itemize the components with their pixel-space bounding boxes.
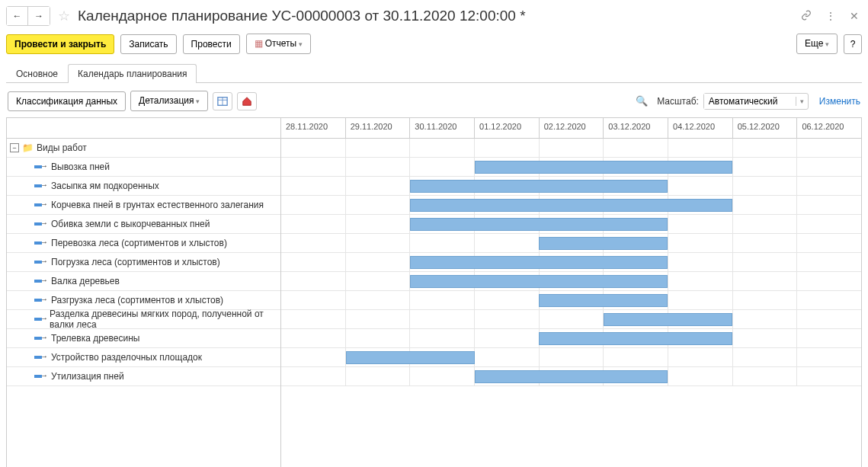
- date-header-cell: 04.12.2020: [668, 118, 732, 138]
- scale-select[interactable]: ▾: [703, 93, 809, 110]
- task-row[interactable]: Разгрузка леса (сортиментов и хлыстов): [7, 291, 280, 310]
- task-icon: [34, 373, 46, 380]
- gantt-timeline-row: [281, 139, 861, 158]
- gantt-chart: 28.11.202029.11.202030.11.202001.12.2020…: [6, 117, 862, 467]
- gantt-timeline-row: [281, 329, 861, 348]
- gantt-bar[interactable]: [346, 351, 475, 364]
- gantt-timeline-row: [281, 310, 861, 329]
- calendar-view-icon[interactable]: [213, 92, 232, 110]
- gantt-bar[interactable]: [539, 294, 668, 307]
- task-row[interactable]: Утилизация пней: [7, 367, 280, 386]
- help-button[interactable]: ?: [844, 34, 862, 54]
- gantt-timeline-row: [281, 158, 861, 177]
- post-and-close-button[interactable]: Провести и закрыть: [6, 34, 114, 54]
- gantt-bar[interactable]: [604, 313, 732, 326]
- task-icon: [34, 315, 45, 323]
- task-row[interactable]: Засыпка ям подкоренных: [7, 177, 280, 196]
- task-label: Устройство разделочных площадок: [51, 352, 202, 363]
- task-icon: [34, 239, 46, 247]
- task-row[interactable]: Разделка древесины мягких пород, получен…: [7, 310, 280, 329]
- date-header-cell: 30.11.2020: [409, 118, 474, 138]
- task-label: Засыпка ям подкоренных: [51, 181, 159, 191]
- task-label: Разгрузка леса (сортиментов и хлыстов): [51, 295, 223, 305]
- gantt-timeline-row: [281, 272, 861, 291]
- task-icon: [34, 201, 46, 209]
- gantt-bar[interactable]: [410, 180, 668, 193]
- task-icon: [34, 296, 46, 304]
- gantt-bar[interactable]: [539, 237, 668, 250]
- change-link[interactable]: Изменить: [819, 96, 860, 107]
- magnifier-icon[interactable]: 🔍: [636, 95, 648, 107]
- task-label: Обивка земли с выкорчеванных пней: [51, 219, 210, 229]
- date-header-cell: 28.11.2020: [281, 118, 345, 138]
- home-icon[interactable]: [237, 92, 257, 110]
- task-label: Утилизация пней: [51, 371, 124, 382]
- page-title: Календарное планирование УС-00000003 от …: [78, 8, 793, 24]
- back-button[interactable]: ←: [7, 7, 28, 25]
- task-icon: [34, 163, 46, 171]
- gantt-bar[interactable]: [410, 256, 668, 269]
- nav-arrows: ← →: [6, 6, 50, 26]
- gantt-bar[interactable]: [410, 218, 668, 231]
- scale-label: Масштаб:: [657, 96, 699, 107]
- gantt-timeline-row: [281, 234, 861, 253]
- group-label: Виды работ: [37, 142, 87, 153]
- task-row[interactable]: Вывозка пней: [7, 158, 280, 177]
- task-icon: [34, 258, 46, 266]
- task-label: Трелевка древесины: [51, 333, 139, 344]
- folder-icon: 📁: [22, 142, 34, 153]
- date-header-cell: 01.12.2020: [474, 118, 539, 138]
- task-row[interactable]: Валка деревьев: [7, 272, 280, 291]
- detail-button[interactable]: Детализация: [130, 91, 208, 111]
- gantt-timeline-row: [281, 215, 861, 234]
- forward-button[interactable]: →: [28, 7, 50, 25]
- kebab-menu-icon[interactable]: ⋮: [822, 8, 839, 24]
- reports-button[interactable]: ▦Отчеты: [246, 34, 311, 54]
- task-label: Корчевка пней в грунтах естественного за…: [51, 200, 264, 210]
- date-header-cell: 03.12.2020: [603, 118, 668, 138]
- tab-calendar[interactable]: Календарь планирования: [68, 64, 197, 83]
- save-button[interactable]: Записать: [120, 34, 176, 54]
- gantt-timeline-row: [281, 291, 861, 310]
- task-group-row[interactable]: −📁Виды работ: [7, 139, 280, 158]
- gantt-bar[interactable]: [410, 199, 732, 212]
- task-row[interactable]: Перевозка леса (сортиментов и хлыстов): [7, 234, 280, 253]
- task-row[interactable]: Обивка земли с выкорчеванных пней: [7, 215, 280, 234]
- task-label: Перевозка леса (сортиментов и хлыстов): [51, 238, 227, 248]
- gantt-bar[interactable]: [539, 332, 732, 345]
- date-header-cell: 06.12.2020: [796, 118, 861, 138]
- task-icon: [34, 277, 46, 285]
- more-button[interactable]: Еще: [796, 34, 838, 54]
- task-label: Вывозка пней: [51, 162, 110, 172]
- task-label: Валка деревьев: [51, 276, 120, 286]
- scale-input[interactable]: [704, 94, 796, 109]
- date-header-cell: 02.12.2020: [539, 118, 604, 138]
- task-row[interactable]: Устройство разделочных площадок: [7, 348, 280, 367]
- close-icon[interactable]: ✕: [847, 8, 862, 24]
- expand-toggle-icon[interactable]: −: [10, 143, 19, 152]
- favorite-star-icon[interactable]: ☆: [58, 8, 70, 24]
- task-row[interactable]: Корчевка пней в грунтах естественного за…: [7, 196, 280, 215]
- task-label: Погрузка леса (сортиментов и хлыстов): [51, 257, 220, 267]
- task-icon: [34, 334, 46, 342]
- classify-button[interactable]: Классификация данных: [8, 91, 126, 111]
- gantt-timeline-row: [281, 253, 861, 272]
- gantt-bar[interactable]: [475, 370, 668, 383]
- gantt-timeline-row: [281, 177, 861, 196]
- gantt-left-header: [7, 118, 281, 138]
- gantt-bar[interactable]: [475, 161, 732, 174]
- task-row[interactable]: Трелевка древесины: [7, 329, 280, 348]
- date-header-cell: 05.12.2020: [732, 118, 797, 138]
- gantt-timeline-row: [281, 196, 861, 215]
- tab-main[interactable]: Основное: [6, 64, 68, 83]
- date-header-cell: 29.11.2020: [345, 118, 410, 138]
- task-row[interactable]: Погрузка леса (сортиментов и хлыстов): [7, 253, 280, 272]
- report-icon: ▦: [255, 38, 263, 49]
- task-icon: [34, 220, 46, 228]
- link-icon[interactable]: [798, 8, 815, 24]
- post-button[interactable]: Провести: [183, 34, 240, 54]
- gantt-bar[interactable]: [410, 275, 668, 288]
- gantt-timeline-row: [281, 348, 861, 367]
- gantt-timeline-row: [281, 367, 861, 386]
- scale-dropdown-icon[interactable]: ▾: [796, 97, 808, 106]
